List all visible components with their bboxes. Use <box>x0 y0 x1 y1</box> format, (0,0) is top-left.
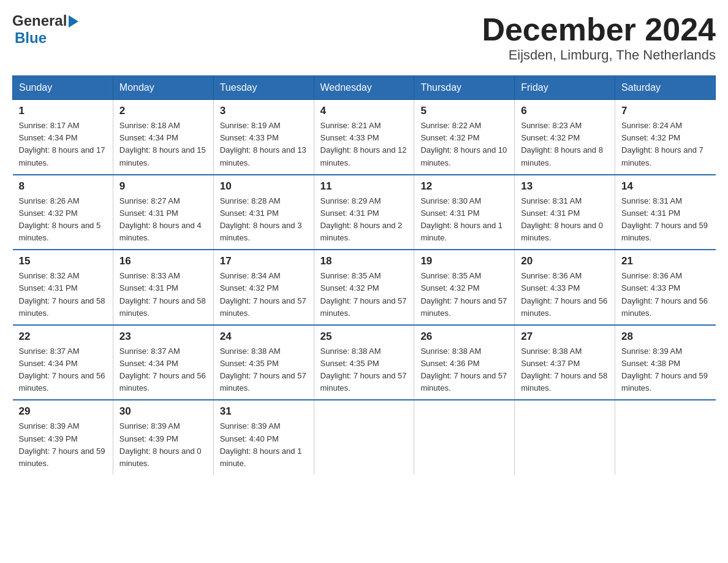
calendar-cell: 14Sunrise: 8:31 AMSunset: 4:31 PMDayligh… <box>615 175 716 250</box>
calendar-cell: 8Sunrise: 8:26 AMSunset: 4:32 PMDaylight… <box>13 175 113 250</box>
logo: General Blue <box>12 12 78 47</box>
calendar-cell: 5Sunrise: 8:22 AMSunset: 4:32 PMDaylight… <box>414 100 515 175</box>
day-number: 8 <box>19 180 107 193</box>
day-number: 11 <box>320 180 408 193</box>
calendar-week-row: 29Sunrise: 8:39 AMSunset: 4:39 PMDayligh… <box>13 400 716 475</box>
calendar-header-friday: Friday <box>515 76 615 100</box>
calendar-cell: 18Sunrise: 8:35 AMSunset: 4:32 PMDayligh… <box>314 250 414 325</box>
day-number: 9 <box>119 180 207 193</box>
calendar-cell: 25Sunrise: 8:38 AMSunset: 4:35 PMDayligh… <box>314 325 414 400</box>
day-info: Sunrise: 8:19 AMSunset: 4:33 PMDaylight:… <box>220 120 308 169</box>
day-info: Sunrise: 8:37 AMSunset: 4:34 PMDaylight:… <box>19 345 107 395</box>
calendar-cell: 2Sunrise: 8:18 AMSunset: 4:34 PMDaylight… <box>113 100 213 175</box>
day-number: 28 <box>621 331 709 343</box>
day-number: 15 <box>19 255 107 267</box>
day-info: Sunrise: 8:39 AMSunset: 4:38 PMDaylight:… <box>621 345 709 395</box>
day-info: Sunrise: 8:34 AMSunset: 4:32 PMDaylight:… <box>220 270 308 320</box>
day-number: 23 <box>119 331 207 343</box>
day-info: Sunrise: 8:26 AMSunset: 4:32 PMDaylight:… <box>19 195 107 245</box>
calendar-cell: 31Sunrise: 8:39 AMSunset: 4:40 PMDayligh… <box>213 400 314 475</box>
calendar-header-wednesday: Wednesday <box>314 76 414 100</box>
day-info: Sunrise: 8:35 AMSunset: 4:32 PMDaylight:… <box>320 270 408 320</box>
day-info: Sunrise: 8:17 AMSunset: 4:34 PMDaylight:… <box>19 120 107 169</box>
day-number: 6 <box>521 105 609 117</box>
calendar-cell: 1Sunrise: 8:17 AMSunset: 4:34 PMDaylight… <box>13 100 113 175</box>
day-number: 31 <box>220 405 308 418</box>
calendar-cell: 21Sunrise: 8:36 AMSunset: 4:33 PMDayligh… <box>615 250 716 325</box>
calendar-cell: 11Sunrise: 8:29 AMSunset: 4:31 PMDayligh… <box>314 175 414 250</box>
day-number: 26 <box>420 331 508 343</box>
calendar-cell: 23Sunrise: 8:37 AMSunset: 4:34 PMDayligh… <box>113 325 213 400</box>
calendar-cell: 24Sunrise: 8:38 AMSunset: 4:35 PMDayligh… <box>213 325 314 400</box>
day-info: Sunrise: 8:39 AMSunset: 4:40 PMDaylight:… <box>220 420 308 470</box>
day-number: 25 <box>320 331 408 343</box>
day-number: 14 <box>621 180 709 193</box>
calendar-cell: 16Sunrise: 8:33 AMSunset: 4:31 PMDayligh… <box>113 250 213 325</box>
location-title: Eijsden, Limburg, The Netherlands <box>482 47 716 63</box>
day-number: 27 <box>521 331 609 343</box>
calendar-cell: 20Sunrise: 8:36 AMSunset: 4:33 PMDayligh… <box>515 250 615 325</box>
calendar-cell: 7Sunrise: 8:24 AMSunset: 4:32 PMDaylight… <box>615 100 716 175</box>
day-number: 18 <box>320 255 408 267</box>
day-number: 22 <box>19 331 107 343</box>
day-number: 13 <box>521 180 609 193</box>
day-number: 12 <box>420 180 508 193</box>
calendar-header-saturday: Saturday <box>615 76 716 100</box>
day-info: Sunrise: 8:31 AMSunset: 4:31 PMDaylight:… <box>521 195 609 245</box>
calendar-cell: 3Sunrise: 8:19 AMSunset: 4:33 PMDaylight… <box>213 100 314 175</box>
day-info: Sunrise: 8:29 AMSunset: 4:31 PMDaylight:… <box>320 195 408 245</box>
day-info: Sunrise: 8:28 AMSunset: 4:31 PMDaylight:… <box>220 195 308 245</box>
day-number: 16 <box>119 255 207 267</box>
calendar-cell: 27Sunrise: 8:38 AMSunset: 4:37 PMDayligh… <box>515 325 615 400</box>
calendar-cell: 10Sunrise: 8:28 AMSunset: 4:31 PMDayligh… <box>213 175 314 250</box>
calendar-cell: 26Sunrise: 8:38 AMSunset: 4:36 PMDayligh… <box>414 325 515 400</box>
day-number: 20 <box>521 255 609 267</box>
calendar-header-sunday: Sunday <box>13 76 113 100</box>
day-info: Sunrise: 8:36 AMSunset: 4:33 PMDaylight:… <box>521 270 609 320</box>
calendar-cell <box>314 400 414 475</box>
logo-arrow-icon <box>69 15 78 28</box>
day-info: Sunrise: 8:18 AMSunset: 4:34 PMDaylight:… <box>119 120 207 169</box>
calendar-cell: 17Sunrise: 8:34 AMSunset: 4:32 PMDayligh… <box>213 250 314 325</box>
calendar-cell: 28Sunrise: 8:39 AMSunset: 4:38 PMDayligh… <box>615 325 716 400</box>
calendar-cell: 30Sunrise: 8:39 AMSunset: 4:39 PMDayligh… <box>113 400 213 475</box>
calendar-cell: 19Sunrise: 8:35 AMSunset: 4:32 PMDayligh… <box>414 250 515 325</box>
calendar-cell: 12Sunrise: 8:30 AMSunset: 4:31 PMDayligh… <box>414 175 515 250</box>
calendar-cell: 4Sunrise: 8:21 AMSunset: 4:33 PMDaylight… <box>314 100 414 175</box>
calendar-cell: 29Sunrise: 8:39 AMSunset: 4:39 PMDayligh… <box>13 400 113 475</box>
calendar-cell <box>615 400 716 475</box>
day-info: Sunrise: 8:32 AMSunset: 4:31 PMDaylight:… <box>19 270 107 320</box>
day-number: 2 <box>119 105 207 117</box>
day-info: Sunrise: 8:21 AMSunset: 4:33 PMDaylight:… <box>320 120 408 169</box>
calendar-week-row: 1Sunrise: 8:17 AMSunset: 4:34 PMDaylight… <box>13 100 716 175</box>
month-title: December 2024 <box>482 12 716 47</box>
day-number: 3 <box>220 105 308 117</box>
day-number: 5 <box>420 105 508 117</box>
day-info: Sunrise: 8:38 AMSunset: 4:35 PMDaylight:… <box>220 345 308 395</box>
day-info: Sunrise: 8:27 AMSunset: 4:31 PMDaylight:… <box>119 195 207 245</box>
day-info: Sunrise: 8:37 AMSunset: 4:34 PMDaylight:… <box>119 345 207 395</box>
day-info: Sunrise: 8:38 AMSunset: 4:36 PMDaylight:… <box>420 345 508 395</box>
calendar-header-thursday: Thursday <box>414 76 515 100</box>
calendar-cell: 22Sunrise: 8:37 AMSunset: 4:34 PMDayligh… <box>13 325 113 400</box>
day-number: 7 <box>621 105 709 117</box>
day-number: 24 <box>220 331 308 343</box>
calendar-table: SundayMondayTuesdayWednesdayThursdayFrid… <box>12 75 716 475</box>
day-info: Sunrise: 8:39 AMSunset: 4:39 PMDaylight:… <box>119 420 207 470</box>
calendar-cell <box>515 400 615 475</box>
day-number: 10 <box>220 180 308 193</box>
day-number: 21 <box>621 255 709 267</box>
logo-general-text: General <box>12 12 67 29</box>
day-number: 29 <box>19 405 107 418</box>
day-info: Sunrise: 8:23 AMSunset: 4:32 PMDaylight:… <box>521 120 609 169</box>
calendar-header-monday: Monday <box>113 76 213 100</box>
day-info: Sunrise: 8:38 AMSunset: 4:37 PMDaylight:… <box>521 345 609 395</box>
day-info: Sunrise: 8:38 AMSunset: 4:35 PMDaylight:… <box>320 345 408 395</box>
page-header: General Blue December 2024 Eijsden, Limb… <box>12 12 716 63</box>
day-info: Sunrise: 8:30 AMSunset: 4:31 PMDaylight:… <box>420 195 508 245</box>
day-number: 30 <box>119 405 207 418</box>
calendar-week-row: 8Sunrise: 8:26 AMSunset: 4:32 PMDaylight… <box>13 175 716 250</box>
day-number: 4 <box>320 105 408 117</box>
calendar-header-tuesday: Tuesday <box>213 76 314 100</box>
logo-blue-text: Blue <box>15 29 47 46</box>
